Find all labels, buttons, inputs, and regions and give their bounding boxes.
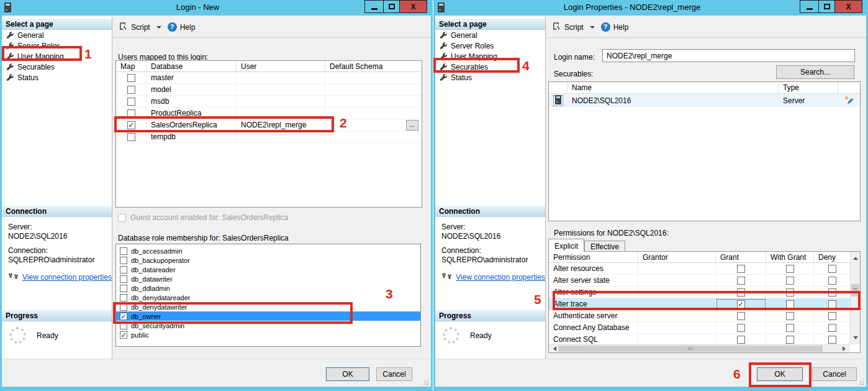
titlebar[interactable]: Login Properties - NODE2\repl_merge X — [433, 0, 868, 16]
column-header-deny[interactable]: Deny — [814, 252, 850, 262]
vertical-scrollbar[interactable] — [850, 252, 860, 344]
scrollbar-thumb[interactable] — [851, 284, 859, 297]
role-checkbox[interactable] — [120, 275, 127, 283]
sidebar-item-securables[interactable]: Securables — [435, 62, 545, 72]
role-checkbox[interactable] — [120, 266, 127, 274]
scroll-up-icon[interactable] — [853, 254, 858, 260]
with-grant-checkbox[interactable] — [786, 336, 794, 344]
deny-checkbox[interactable] — [828, 336, 836, 344]
scroll-left-icon[interactable] — [551, 346, 556, 351]
with-grant-checkbox[interactable] — [786, 312, 794, 320]
script-button[interactable]: Script — [131, 23, 150, 32]
sidebar-item-status[interactable]: Status — [2, 73, 112, 83]
sidebar-item-user-mapping[interactable]: User Mapping — [435, 52, 545, 62]
column-header-grantor[interactable]: Grantor — [638, 252, 716, 262]
guest-checkbox[interactable] — [118, 214, 126, 222]
help-button[interactable]: Help — [180, 23, 196, 32]
script-button[interactable]: Script — [564, 23, 584, 32]
list-item[interactable]: db_ddladmin — [116, 283, 420, 293]
table-row[interactable]: ProductReplica — [116, 108, 422, 119]
list-item[interactable]: db_backupoperator — [116, 255, 420, 265]
map-checkbox[interactable] — [127, 133, 135, 141]
table-row[interactable]: Alter resources — [549, 263, 850, 275]
deny-checkbox[interactable] — [828, 265, 836, 273]
list-item[interactable]: db_denydatawriter — [116, 302, 420, 311]
column-header-name[interactable]: Name — [567, 82, 779, 93]
cancel-button[interactable]: Cancel — [376, 367, 412, 381]
list-item[interactable]: ✓public — [116, 330, 420, 339]
with-grant-checkbox[interactable] — [786, 265, 794, 273]
map-checkbox[interactable] — [127, 98, 135, 106]
minimize-button[interactable] — [364, 0, 384, 13]
role-checkbox[interactable]: ✓ — [120, 331, 127, 339]
table-row-alter-trace-selected[interactable]: Alter trace✓ — [549, 298, 850, 310]
table-row[interactable]: model — [116, 84, 422, 96]
search-button[interactable]: Search... — [776, 65, 854, 79]
table-row[interactable]: Alter settings — [549, 287, 850, 298]
titlebar[interactable]: Login - New X — [0, 0, 433, 16]
minimize-button[interactable] — [800, 0, 819, 13]
close-button[interactable]: X — [835, 0, 862, 13]
maximize-button[interactable] — [819, 0, 835, 13]
role-checkbox[interactable] — [120, 294, 127, 301]
resize-grip[interactable] — [423, 379, 428, 385]
deny-checkbox[interactable] — [828, 277, 836, 285]
sidebar-item-status[interactable]: Status — [435, 73, 545, 83]
grant-checkbox[interactable] — [737, 336, 745, 344]
role-checkbox[interactable] — [120, 303, 127, 311]
grant-checkbox[interactable] — [737, 288, 745, 297]
table-row[interactable]: Authenticate server — [549, 310, 850, 322]
list-item[interactable]: db_datawriter — [116, 274, 420, 283]
view-connection-properties-link[interactable]: View connection properties — [456, 273, 545, 282]
maximize-button[interactable] — [384, 0, 400, 13]
grant-checkbox[interactable] — [737, 277, 745, 285]
role-checkbox[interactable] — [120, 257, 127, 264]
sidebar-item-user-mapping[interactable]: User Mapping — [2, 52, 112, 62]
table-row[interactable]: Alter server state — [549, 275, 850, 287]
table-row-sales-orders-replica[interactable]: ✓SalesOrdersReplicaNODE2\repl_merge — [116, 119, 422, 131]
cancel-button[interactable]: Cancel — [812, 367, 857, 381]
scroll-down-icon[interactable] — [853, 336, 858, 342]
list-item[interactable]: db_securityadmin — [116, 321, 420, 330]
with-grant-checkbox[interactable] — [786, 324, 794, 332]
grant-checkbox[interactable]: ✓ — [737, 300, 745, 308]
sidebar-item-securables[interactable]: Securables — [2, 62, 112, 72]
sidebar-item-general[interactable]: General — [435, 30, 545, 40]
deny-checkbox[interactable] — [828, 300, 836, 308]
role-checkbox[interactable] — [120, 285, 127, 292]
column-header-type[interactable]: Type — [779, 82, 838, 93]
login-name-input[interactable]: NODE2\repl_merge — [602, 49, 855, 62]
default-schema-browse-button[interactable]: ... — [406, 120, 418, 131]
close-button[interactable]: X — [400, 0, 427, 13]
ok-button[interactable]: OK — [757, 367, 803, 381]
list-item[interactable]: db_datareader — [116, 265, 420, 274]
table-row[interactable]: Connect Any Database — [549, 322, 850, 334]
deny-checkbox[interactable] — [828, 312, 836, 320]
list-item[interactable]: db_accessadmin — [116, 246, 420, 255]
column-header-user[interactable]: User — [237, 61, 325, 71]
column-header-database[interactable]: Database — [147, 61, 237, 71]
grant-checkbox[interactable] — [737, 265, 745, 273]
table-row[interactable]: tempdb — [116, 131, 422, 143]
resize-grip[interactable] — [858, 379, 864, 385]
column-header-grant[interactable]: Grant — [716, 252, 766, 262]
horizontal-scrollbar[interactable] — [549, 344, 850, 352]
scrollbar-thumb[interactable] — [558, 346, 823, 352]
map-checkbox[interactable]: ✓ — [127, 121, 135, 129]
map-checkbox[interactable] — [127, 74, 135, 82]
role-checkbox[interactable] — [120, 247, 127, 255]
column-header-permission[interactable]: Permission — [549, 252, 638, 262]
view-connection-properties-link[interactable]: View connection properties — [22, 273, 112, 282]
column-header-default-schema[interactable]: Default Schema — [325, 61, 422, 71]
role-checkbox[interactable] — [120, 322, 127, 329]
chevron-down-icon[interactable] — [156, 26, 161, 29]
column-header-with-grant[interactable]: With Grant — [766, 252, 814, 262]
scroll-right-icon[interactable] — [843, 346, 848, 351]
chevron-down-icon[interactable] — [590, 26, 595, 29]
edit-permissions-icon[interactable] — [838, 96, 860, 105]
table-row[interactable]: msdb — [116, 96, 422, 108]
sidebar-item-server-roles[interactable]: Server Roles — [2, 41, 112, 51]
list-item-db-owner-selected[interactable]: ✓db_owner — [116, 311, 420, 321]
sidebar-item-server-roles[interactable]: Server Roles — [435, 41, 545, 51]
map-checkbox[interactable] — [127, 86, 135, 94]
